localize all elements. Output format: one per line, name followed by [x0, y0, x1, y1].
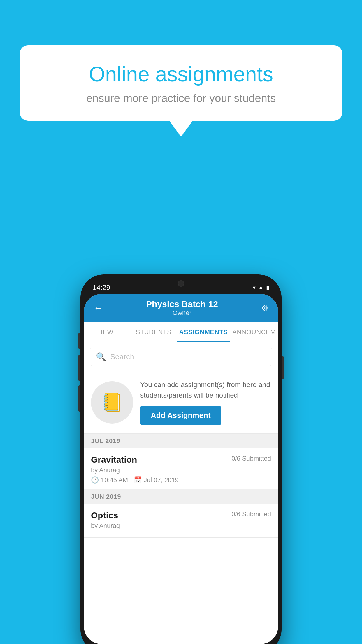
phone-side-btn-left1 — [78, 333, 80, 349]
assignment-name-gravitation: Gravitation — [91, 455, 137, 465]
app-bar-subtitle: Owner — [104, 309, 260, 317]
assignment-notebook-icon: 📒 — [101, 392, 123, 413]
assignment-submitted-gravitation: 0/6 Submitted — [231, 455, 271, 462]
phone-camera — [178, 280, 184, 287]
speech-bubble-section: Online assignments ensure more practice … — [20, 45, 342, 137]
search-bar-wrapper: 🔍 Search — [84, 342, 278, 371]
tabs-bar: IEW STUDENTS ASSIGNMENTS ANNOUNCEM — [84, 322, 278, 342]
assignment-row-top-optics: Optics 0/6 Submitted — [91, 510, 271, 520]
assignment-time-value: 10:45 AM — [101, 476, 128, 484]
tab-announcements[interactable]: ANNOUNCEM — [230, 322, 278, 342]
add-assignment-card: 📒 You can add assignment(s) from here an… — [84, 371, 278, 434]
tab-iew[interactable]: IEW — [84, 322, 130, 342]
status-time: 14:29 — [93, 284, 110, 292]
section-header-jul2019: JUL 2019 — [84, 434, 278, 448]
phone-screen: ← Physics Batch 12 Owner ⚙ IEW STUDENTS … — [84, 294, 278, 644]
section-header-jun2019: JUN 2019 — [84, 489, 278, 504]
phone-wrapper: 14:29 ▾ ▲ ▮ ← Physics Batch 12 Owner ⚙ — [80, 274, 282, 644]
status-icons: ▾ ▲ ▮ — [253, 284, 269, 291]
phone-frame: 14:29 ▾ ▲ ▮ ← Physics Batch 12 Owner ⚙ — [80, 274, 282, 644]
assignment-row-top: Gravitation 0/6 Submitted — [91, 455, 271, 465]
app-bar: ← Physics Batch 12 Owner ⚙ — [84, 294, 278, 322]
search-bar[interactable]: 🔍 Search — [90, 348, 272, 366]
assignment-date-value: Jul 07, 2019 — [144, 476, 179, 484]
speech-bubble-arrow — [169, 121, 193, 137]
status-bar: 14:29 ▾ ▲ ▮ — [84, 278, 278, 294]
assignment-by-gravitation: by Anurag — [91, 466, 271, 474]
assignment-submitted-optics: 0/6 Submitted — [231, 510, 271, 518]
assignment-by-optics: by Anurag — [91, 522, 271, 530]
app-bar-center: Physics Batch 12 Owner — [104, 299, 260, 317]
back-button[interactable]: ← — [92, 301, 104, 315]
add-assignment-button[interactable]: Add Assignment — [140, 406, 221, 425]
app-bar-title: Physics Batch 12 — [104, 299, 260, 309]
assignment-icon-circle: 📒 — [91, 381, 133, 424]
phone-notch — [161, 278, 201, 289]
assignment-row-gravitation[interactable]: Gravitation 0/6 Submitted by Anurag 🕐 10… — [84, 448, 278, 489]
battery-icon: ▮ — [266, 284, 269, 291]
phone-side-btn-right — [282, 356, 284, 379]
assignment-row-optics[interactable]: Optics 0/6 Submitted by Anurag — [84, 504, 278, 538]
wifi-icon: ▾ — [253, 284, 256, 291]
clock-icon: 🕐 — [91, 476, 99, 484]
search-input[interactable]: Search — [110, 352, 134, 361]
search-icon: 🔍 — [96, 352, 106, 362]
speech-bubble-subtitle: ensure more practice for your students — [40, 92, 322, 105]
add-assignment-content: You can add assignment(s) from here and … — [140, 379, 271, 425]
signal-icon: ▲ — [258, 284, 264, 291]
phone-side-btn-left2 — [78, 355, 80, 381]
phone-side-btn-left3 — [78, 385, 80, 412]
assignment-name-optics: Optics — [91, 510, 118, 520]
calendar-icon: 📅 — [134, 476, 142, 484]
tab-assignments[interactable]: ASSIGNMENTS — [177, 322, 230, 342]
speech-bubble-title: Online assignments — [40, 63, 322, 86]
settings-button[interactable]: ⚙ — [260, 302, 270, 314]
assignment-time-gravitation: 🕐 10:45 AM — [91, 476, 128, 484]
speech-bubble: Online assignments ensure more practice … — [20, 45, 342, 121]
tab-students[interactable]: STUDENTS — [130, 322, 177, 342]
assignment-date-gravitation: 📅 Jul 07, 2019 — [134, 476, 179, 484]
assignment-meta-gravitation: 🕐 10:45 AM 📅 Jul 07, 2019 — [91, 476, 271, 484]
add-assignment-description: You can add assignment(s) from here and … — [140, 379, 271, 400]
